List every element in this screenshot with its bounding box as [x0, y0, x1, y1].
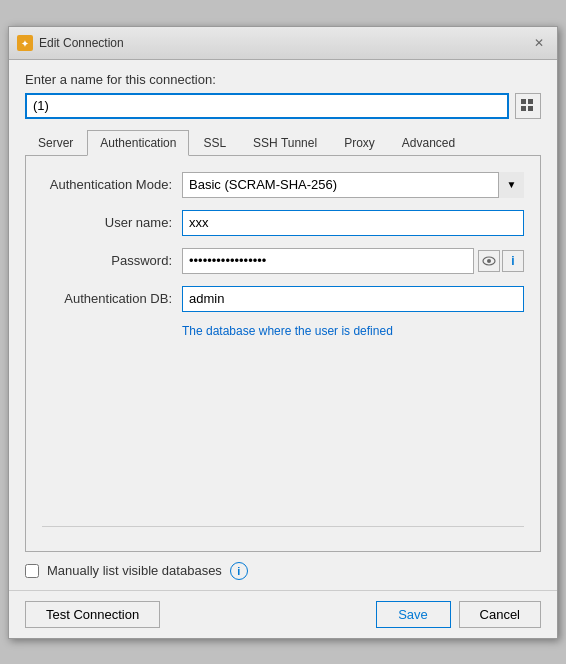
username-row: User name:	[42, 210, 524, 236]
cancel-button[interactable]: Cancel	[459, 601, 541, 628]
tab-content: Authentication Mode: Basic (SCRAM-SHA-25…	[25, 156, 541, 552]
checkbox-row: Manually list visible databases i	[9, 552, 557, 590]
edit-connection-dialog: ✦ Edit Connection ✕ Enter a name for thi…	[8, 26, 558, 639]
auth-mode-label: Authentication Mode:	[42, 177, 182, 192]
svg-text:✦: ✦	[21, 39, 29, 49]
grid-icon	[520, 98, 536, 114]
divider	[42, 526, 524, 527]
username-label: User name:	[42, 215, 182, 230]
username-input[interactable]	[182, 210, 524, 236]
svg-rect-4	[521, 106, 526, 111]
tab-authentication[interactable]: Authentication	[87, 130, 189, 156]
auth-db-label: Authentication DB:	[42, 291, 182, 306]
name-row	[25, 93, 541, 119]
title-bar-left: ✦ Edit Connection	[17, 35, 124, 51]
bottom-right-buttons: Save Cancel	[376, 601, 541, 628]
password-input-wrapper	[182, 248, 474, 274]
auth-db-row: Authentication DB:	[42, 286, 524, 312]
tabs-bar: Server Authentication SSL SSH Tunnel Pro…	[25, 129, 541, 156]
manually-list-label: Manually list visible databases	[47, 563, 222, 578]
eye-icon	[482, 256, 496, 266]
empty-space	[42, 338, 524, 518]
dialog-body: Enter a name for this connection: Server…	[9, 60, 557, 552]
password-info-button[interactable]: i	[502, 250, 524, 272]
show-password-button[interactable]	[478, 250, 500, 272]
tab-ssl[interactable]: SSL	[190, 130, 239, 156]
tab-server[interactable]: Server	[25, 130, 86, 156]
tab-proxy[interactable]: Proxy	[331, 130, 388, 156]
tab-ssh-tunnel[interactable]: SSH Tunnel	[240, 130, 330, 156]
connection-name-label: Enter a name for this connection:	[25, 72, 541, 87]
auth-db-input[interactable]	[182, 286, 524, 312]
auth-mode-row: Authentication Mode: Basic (SCRAM-SHA-25…	[42, 172, 524, 198]
name-icon-button[interactable]	[515, 93, 541, 119]
bottom-bar: Test Connection Save Cancel	[9, 590, 557, 638]
info-icon: i	[511, 254, 514, 268]
svg-rect-2	[521, 99, 526, 104]
password-icons: i	[478, 250, 524, 272]
tab-advanced[interactable]: Advanced	[389, 130, 468, 156]
auth-mode-select[interactable]: Basic (SCRAM-SHA-256) No Authentication …	[182, 172, 524, 198]
password-row: Password: i	[42, 248, 524, 274]
auth-db-hint: The database where the user is defined	[182, 324, 524, 338]
manually-list-checkbox[interactable]	[25, 564, 39, 578]
save-button[interactable]: Save	[376, 601, 451, 628]
svg-point-7	[487, 259, 491, 263]
password-input[interactable]	[182, 248, 474, 274]
svg-rect-5	[528, 106, 533, 111]
test-connection-button[interactable]: Test Connection	[25, 601, 160, 628]
connection-name-input[interactable]	[25, 93, 509, 119]
title-bar: ✦ Edit Connection ✕	[9, 27, 557, 60]
dialog-title: Edit Connection	[39, 36, 124, 50]
password-label: Password:	[42, 253, 182, 268]
auth-mode-select-wrapper: Basic (SCRAM-SHA-256) No Authentication …	[182, 172, 524, 198]
close-button[interactable]: ✕	[529, 33, 549, 53]
svg-rect-3	[528, 99, 533, 104]
dialog-icon: ✦	[17, 35, 33, 51]
manually-list-info-icon[interactable]: i	[230, 562, 248, 580]
